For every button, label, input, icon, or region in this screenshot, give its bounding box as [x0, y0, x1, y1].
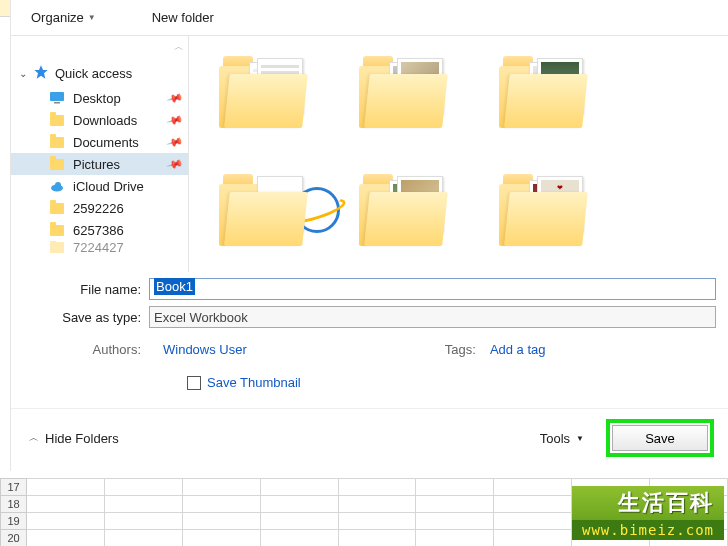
save-thumbnail-label: Save Thumbnail: [207, 375, 301, 390]
nav-item-label: Desktop: [73, 91, 121, 106]
row-header[interactable]: 20: [1, 530, 27, 547]
organize-button[interactable]: Organize ▼: [23, 6, 104, 29]
nav-item-label: Pictures: [73, 157, 120, 172]
excel-left-strip: [0, 0, 10, 478]
cloud-icon: [49, 178, 65, 194]
save-as-type-value: Excel Workbook: [154, 310, 248, 325]
nav-item-label: 6257386: [73, 223, 124, 238]
save-button[interactable]: Save: [612, 425, 708, 451]
nav-item-folder-2592226[interactable]: 2592226: [11, 197, 188, 219]
folder-icon: [49, 241, 65, 253]
row-header[interactable]: 19: [1, 513, 27, 530]
nav-item-documents[interactable]: Documents 📌: [11, 131, 188, 153]
organize-label: Organize: [31, 10, 84, 25]
desktop-icon: [49, 90, 65, 106]
save-thumbnail-row: Save Thumbnail: [11, 367, 728, 408]
svg-rect-1: [50, 92, 64, 101]
save-as-dialog: Organize ▼ New folder ︿ ⌄ Quick access D…: [10, 0, 728, 471]
nav-item-label: 7224427: [73, 241, 124, 253]
caret-down-icon: ▼: [88, 13, 96, 22]
nav-item-downloads[interactable]: Downloads 📌: [11, 109, 188, 131]
file-name-value: Book1: [154, 278, 195, 295]
pin-icon: 📌: [166, 155, 185, 173]
nav-item-icloud-drive[interactable]: iCloud Drive: [11, 175, 188, 197]
nav-item-desktop[interactable]: Desktop 📌: [11, 87, 188, 109]
quick-access-label: Quick access: [55, 66, 132, 81]
tags-label: Tags:: [445, 342, 476, 357]
folder-thumb[interactable]: [499, 56, 589, 134]
save-highlight: Save: [606, 419, 714, 457]
tools-button[interactable]: Tools ▼: [540, 431, 584, 446]
watermark: 生活百科 www.bimeiz.com: [572, 486, 724, 540]
authors-value[interactable]: Windows User: [163, 342, 247, 357]
hide-folders-button[interactable]: ︿ Hide Folders: [29, 431, 119, 446]
nav-item-folder-7224427[interactable]: 7224427: [11, 241, 188, 253]
folder-thumb[interactable]: [219, 56, 309, 134]
scroll-up-icon[interactable]: ︿: [174, 40, 184, 54]
svg-rect-2: [54, 102, 60, 104]
save-thumbnail-checkbox[interactable]: [187, 376, 201, 390]
nav-item-pictures[interactable]: Pictures 📌: [11, 153, 188, 175]
dialog-footer: ︿ Hide Folders Tools ▼ Save: [11, 408, 728, 471]
folder-icon: [49, 200, 65, 216]
save-as-type-label: Save as type:: [51, 310, 149, 325]
new-folder-label: New folder: [152, 10, 214, 25]
save-fields: File name: Book1 Save as type: Excel Wor…: [11, 272, 728, 338]
nav-item-folder-6257386[interactable]: 6257386: [11, 219, 188, 241]
folder-thumb[interactable]: [359, 174, 449, 252]
watermark-title: 生活百科: [572, 486, 724, 520]
chevron-up-icon: ︿: [29, 431, 39, 445]
file-name-label: File name:: [51, 282, 149, 297]
quick-access-header[interactable]: ⌄ Quick access: [11, 60, 188, 87]
metadata-row: Authors: Windows User Tags: Add a tag: [11, 338, 728, 367]
new-folder-button[interactable]: New folder: [144, 6, 222, 29]
watermark-url: www.bimeiz.com: [572, 520, 724, 540]
folder-icon: [49, 134, 65, 150]
svg-marker-0: [34, 65, 47, 78]
pin-icon: 📌: [166, 111, 185, 129]
save-label: Save: [645, 431, 675, 446]
authors-label: Authors:: [51, 342, 149, 357]
navigation-pane: ︿ ⌄ Quick access Desktop 📌 Downloads 📌: [11, 36, 189, 272]
folder-thumb-ie[interactable]: [219, 174, 309, 252]
row-header[interactable]: 17: [1, 479, 27, 496]
dialog-toolbar: Organize ▼ New folder: [11, 0, 728, 36]
folder-thumb[interactable]: ❤: [499, 174, 589, 252]
nav-item-label: Documents: [73, 135, 139, 150]
row-header[interactable]: 18: [1, 496, 27, 513]
caret-down-icon: ▼: [576, 434, 584, 443]
pin-icon: 📌: [166, 89, 185, 107]
folder-content-pane[interactable]: ❤: [189, 36, 728, 272]
save-as-type-select[interactable]: Excel Workbook: [149, 306, 716, 328]
nav-item-label: 2592226: [73, 201, 124, 216]
pin-icon: 📌: [166, 133, 185, 151]
hide-folders-label: Hide Folders: [45, 431, 119, 446]
folder-icon: [49, 222, 65, 238]
tags-value[interactable]: Add a tag: [490, 342, 546, 357]
file-name-input[interactable]: Book1: [149, 278, 716, 300]
chevron-down-icon: ⌄: [19, 68, 27, 79]
folder-icon: [49, 112, 65, 128]
svg-point-4: [55, 182, 61, 188]
star-icon: [33, 64, 49, 83]
folder-thumb[interactable]: [359, 56, 449, 134]
tools-label: Tools: [540, 431, 570, 446]
nav-item-label: Downloads: [73, 113, 137, 128]
folder-icon: [49, 156, 65, 172]
nav-item-label: iCloud Drive: [73, 179, 144, 194]
